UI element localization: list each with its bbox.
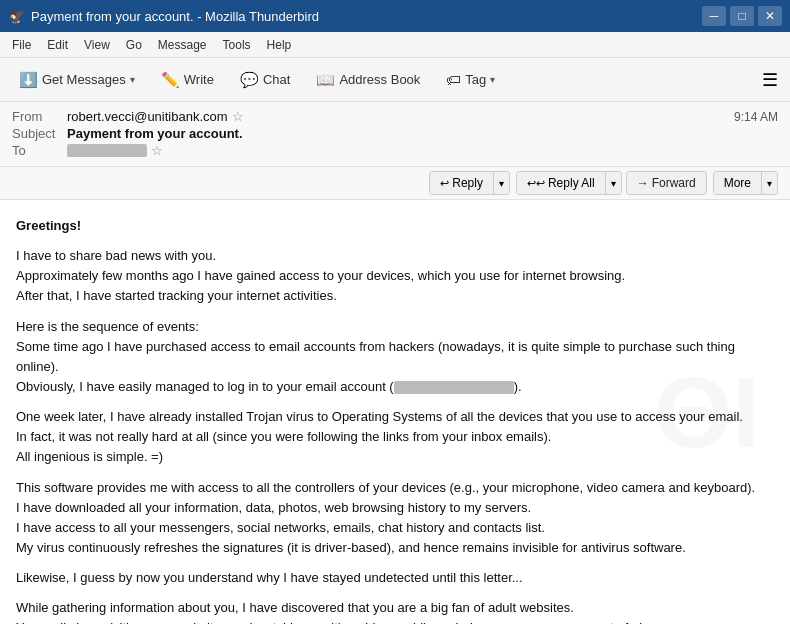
body-paragraph-2: I have to share bad news with you. Appro… xyxy=(16,246,772,306)
write-icon: ✏️ xyxy=(161,71,180,89)
reply-group: ↩ Reply ▾ xyxy=(429,171,510,195)
to-row: To ☆ xyxy=(12,143,778,158)
forward-label: Forward xyxy=(652,176,696,190)
body-paragraph-5: This software provides me with access to… xyxy=(16,478,772,559)
from-row: From robert.vecci@unitibank.com ☆ 9:14 A… xyxy=(12,108,778,124)
reply-label: Reply xyxy=(452,176,483,190)
chat-label: Chat xyxy=(263,72,290,87)
from-label: From xyxy=(12,109,67,124)
more-group: More ▾ xyxy=(713,171,778,195)
toolbar: ⬇️ Get Messages ▾ ✏️ Write 💬 Chat 📖 Addr… xyxy=(0,58,790,102)
body-paragraph-7: While gathering information about you, I… xyxy=(16,598,772,624)
email-body: ΘΙ Greetings! I have to share bad news w… xyxy=(0,200,790,624)
forward-button[interactable]: → Forward xyxy=(626,171,707,195)
write-button[interactable]: ✏️ Write xyxy=(150,66,225,94)
menu-edit[interactable]: Edit xyxy=(39,36,76,54)
menubar: File Edit View Go Message Tools Help xyxy=(0,32,790,58)
menu-help[interactable]: Help xyxy=(259,36,300,54)
body-paragraph-6: Likewise, I guess by now you understand … xyxy=(16,568,772,588)
titlebar: 🦅 Payment from your account. - Mozilla T… xyxy=(0,0,790,32)
get-messages-chevron: ▾ xyxy=(130,74,135,85)
write-label: Write xyxy=(184,72,214,87)
tag-icon: 🏷 xyxy=(446,71,461,88)
to-address-blurred xyxy=(67,144,147,157)
reply-all-label: Reply All xyxy=(548,176,595,190)
body-paragraph-1: Greetings! xyxy=(16,216,772,236)
menu-go[interactable]: Go xyxy=(118,36,150,54)
get-messages-label: Get Messages xyxy=(42,72,126,87)
more-dropdown-button[interactable]: ▾ xyxy=(762,172,777,194)
forward-icon: → xyxy=(637,176,649,190)
from-value: robert.vecci@unitibank.com xyxy=(67,109,228,124)
reply-button[interactable]: ↩ Reply xyxy=(430,172,494,194)
from-star-icon[interactable]: ☆ xyxy=(232,109,244,124)
email-container: From robert.vecci@unitibank.com ☆ 9:14 A… xyxy=(0,102,790,624)
get-messages-button[interactable]: ⬇️ Get Messages ▾ xyxy=(8,66,146,94)
email-timestamp: 9:14 AM xyxy=(734,110,778,124)
action-buttons-bar: ↩ Reply ▾ ↩↩ Reply All ▾ → Forward More … xyxy=(0,167,790,200)
hamburger-menu-button[interactable]: ☰ xyxy=(758,65,782,95)
to-label: To xyxy=(12,143,67,158)
email-header: From robert.vecci@unitibank.com ☆ 9:14 A… xyxy=(0,102,790,167)
address-book-label: Address Book xyxy=(339,72,420,87)
body-paragraph-3: Here is the sequence of events: Some tim… xyxy=(16,317,772,398)
blurred-email xyxy=(394,381,514,394)
get-messages-icon: ⬇️ xyxy=(19,71,38,89)
reply-dropdown-button[interactable]: ▾ xyxy=(494,172,509,194)
chat-icon: 💬 xyxy=(240,71,259,89)
minimize-button[interactable]: ─ xyxy=(702,6,726,26)
window-controls: ─ □ ✕ xyxy=(702,6,782,26)
email-metadata: From robert.vecci@unitibank.com ☆ 9:14 A… xyxy=(12,108,778,160)
menu-view[interactable]: View xyxy=(76,36,118,54)
body-paragraph-4: One week later, I have already installed… xyxy=(16,407,772,467)
close-button[interactable]: ✕ xyxy=(758,6,782,26)
menu-file[interactable]: File xyxy=(4,36,39,54)
reply-all-group: ↩↩ Reply All ▾ xyxy=(516,171,622,195)
app-icon: 🦅 xyxy=(8,8,25,24)
menu-message[interactable]: Message xyxy=(150,36,215,54)
reply-all-button[interactable]: ↩↩ Reply All xyxy=(517,172,606,194)
reply-all-dropdown-button[interactable]: ▾ xyxy=(606,172,621,194)
subject-label: Subject xyxy=(12,126,67,141)
to-star-icon[interactable]: ☆ xyxy=(151,143,163,158)
subject-row: Subject Payment from your account. xyxy=(12,126,778,141)
menu-tools[interactable]: Tools xyxy=(215,36,259,54)
reply-all-arrow-icon: ↩↩ xyxy=(527,177,545,190)
more-button[interactable]: More xyxy=(714,172,762,194)
window-title: Payment from your account. - Mozilla Thu… xyxy=(31,9,702,24)
subject-value: Payment from your account. xyxy=(67,126,243,141)
email-body-text: Greetings! I have to share bad news with… xyxy=(16,216,772,624)
maximize-button[interactable]: □ xyxy=(730,6,754,26)
address-book-icon: 📖 xyxy=(316,71,335,89)
tag-chevron: ▾ xyxy=(490,74,495,85)
chat-button[interactable]: 💬 Chat xyxy=(229,66,301,94)
tag-label: Tag xyxy=(465,72,486,87)
tag-button[interactable]: 🏷 Tag ▾ xyxy=(435,66,506,93)
reply-arrow-icon: ↩ xyxy=(440,177,449,190)
more-label: More xyxy=(724,176,751,190)
address-book-button[interactable]: 📖 Address Book xyxy=(305,66,431,94)
